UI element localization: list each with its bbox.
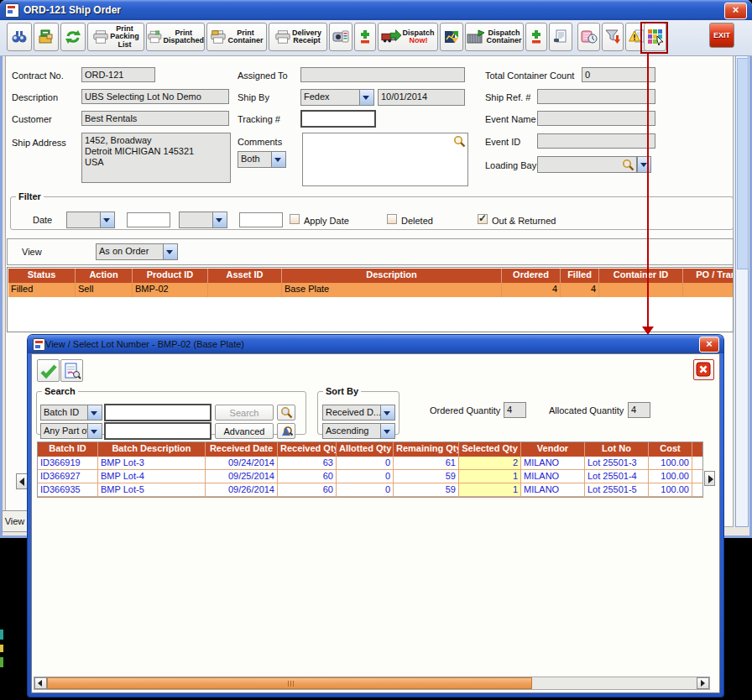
cell[interactable]: Sell [76,283,133,297]
column-header[interactable]: PO / Transfer [683,269,734,283]
cell[interactable]: Lot 25501-3 [585,457,649,470]
search-input-2[interactable] [104,422,212,440]
copy-button[interactable] [329,23,352,51]
cell[interactable]: BMP-02 [133,283,208,297]
accept-button[interactable] [37,359,60,382]
column-header[interactable]: Lot No [585,442,649,457]
loading-bay-dropdown-button[interactable] [637,156,651,173]
cell[interactable]: 09/24/2014 [206,457,278,470]
search-icon-button[interactable] [277,405,295,421]
cell[interactable]: 100.00 [649,483,692,497]
chevron-down-icon[interactable] [163,244,177,259]
column-header[interactable]: Selected Qty [459,442,521,457]
dialog-close-button[interactable]: × [699,337,719,353]
view-select[interactable]: As on Order [96,243,178,260]
document-button[interactable] [549,23,572,51]
search-field1-select[interactable]: Batch ID [40,405,102,421]
cell[interactable]: Lot 25501-5 [585,483,649,497]
column-header[interactable]: Status [8,269,76,283]
view-details-button[interactable] [60,359,83,382]
column-header[interactable]: Description [282,269,502,283]
scroll-right-button[interactable] [697,677,709,689]
ship-address-field[interactable]: 1452, Broadway Detroit MICHIGAN 145321 U… [81,133,231,183]
description-field[interactable]: UBS Selecting Lot No Demo [81,89,229,104]
refresh-button[interactable] [60,23,86,51]
loading-bay-field[interactable] [537,156,637,173]
sort-order-select[interactable]: Ascending [322,423,395,439]
column-header[interactable]: PO [692,442,703,457]
table-scroll-right-button[interactable] [704,471,715,486]
total-container-count-field[interactable]: 0 [582,67,655,82]
event-name-field[interactable] [537,111,655,126]
cell[interactable]: 63 [278,457,337,470]
table-row[interactable]: ID366919BMP Lot-309/24/2014630612MILANOL… [38,457,703,470]
ship-by-select[interactable]: Fedex [300,89,374,106]
column-header[interactable]: Remaining Qty [394,442,459,457]
cell[interactable]: MILANO [521,483,585,497]
advanced-search-icon-button[interactable] [277,423,295,439]
dialog-titlebar[interactable]: View / Select Lot Number - BMP-02 (Base … [28,335,723,353]
print-dispatched-button[interactable]: PrintDispatched [146,23,205,51]
column-header[interactable]: Batch Description [98,442,206,457]
cell[interactable]: BMP Lot-5 [98,483,206,497]
window-close-button[interactable]: × [724,3,747,19]
cell[interactable]: BMP Lot-4 [98,470,206,483]
date-to-type-select[interactable] [179,212,227,228]
cell[interactable]: 4 [502,283,561,297]
chevron-down-icon[interactable] [359,90,373,105]
scroll-left-button[interactable] [16,473,28,489]
cell[interactable]: ID366935 [38,483,98,497]
cell[interactable]: 59 [394,483,459,497]
exit-button[interactable]: EXIT [709,23,734,48]
column-header[interactable]: Asset ID [208,269,282,283]
table-row[interactable]: ID366927BMP Lot-409/25/2014600591MILANOL… [38,470,703,483]
filter-button[interactable] [602,23,624,51]
cell[interactable]: Lot 25501-4 [585,470,649,483]
tracking-input[interactable] [300,110,376,128]
date-to-input[interactable] [239,212,283,227]
column-header[interactable]: Cost [649,442,692,457]
column-header[interactable]: Allotted Qty [337,442,394,457]
column-header[interactable]: Action [76,269,133,283]
schedule-button[interactable] [577,23,600,51]
cell[interactable]: 0 [337,470,394,483]
add-remove-button[interactable] [354,23,376,51]
column-header[interactable]: Ordered [502,269,561,283]
column-header[interactable]: Batch ID [38,442,98,457]
cell[interactable] [208,283,282,297]
column-header[interactable]: Product ID [133,269,208,283]
ship-ref-field[interactable] [537,89,655,104]
main-titlebar[interactable]: ORD-121 Ship Order × [0,0,752,20]
contract-no-field[interactable]: ORD-121 [81,67,155,82]
search-icon[interactable] [453,135,466,148]
cell[interactable]: 59 [394,470,459,483]
chevron-down-icon[interactable] [380,405,394,420]
dispatch-now-button[interactable]: DispatchNow! [378,23,438,51]
print-container-button[interactable]: PrintContainer [206,23,267,51]
chevron-down-icon[interactable] [271,152,285,167]
vertical-scrollbar[interactable] [735,55,749,527]
cell[interactable]: 61 [394,457,459,470]
cell[interactable]: Filled [8,283,76,297]
cell[interactable]: ID366919 [38,457,98,470]
chevron-down-icon[interactable] [87,424,102,438]
sort-by-select[interactable]: Received D... [322,405,395,421]
comments-mode-select[interactable]: Both [238,151,286,168]
cell[interactable]: MILANO [521,470,585,483]
cell[interactable]: ID366927 [38,470,98,483]
assigned-to-field[interactable] [300,67,465,82]
cell[interactable]: Base Plate [282,283,502,297]
pick-button[interactable] [34,23,59,51]
column-header[interactable]: Vendor [521,442,585,457]
comments-textarea[interactable] [302,133,468,186]
report-chart-button[interactable] [440,23,463,51]
cell[interactable]: 100.00 [649,457,692,470]
chevron-down-icon[interactable] [380,424,394,438]
cell[interactable]: BMP Lot-3 [98,457,206,470]
customer-field[interactable]: Best Rentals [81,111,229,126]
column-header[interactable]: Received Qty [278,442,337,457]
search-icon[interactable] [622,159,634,171]
cell[interactable] [692,483,703,497]
column-header[interactable]: Received Date [206,442,278,457]
scrollbar-thumb[interactable] [737,58,749,269]
